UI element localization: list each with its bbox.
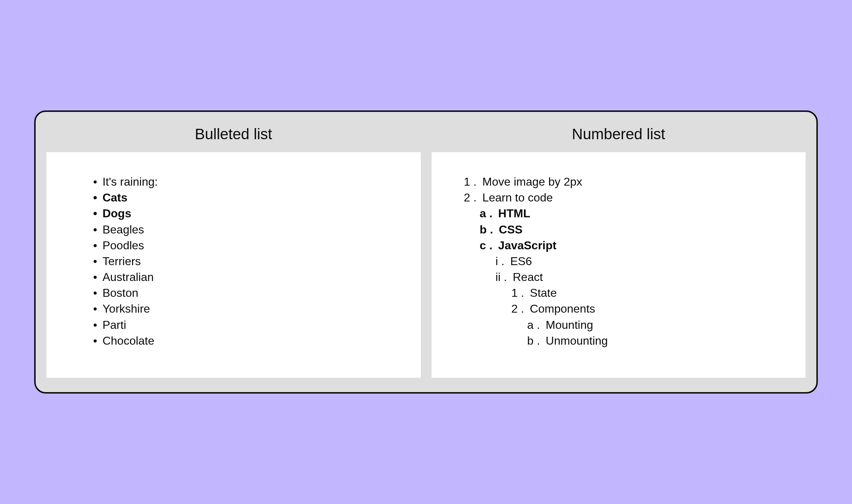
- list-item-label: JavaScript: [498, 238, 788, 253]
- list-item-label: Beagles: [103, 223, 144, 236]
- numbered-header: Numbered list: [432, 123, 806, 146]
- list-marker: 2 .: [464, 190, 483, 205]
- list-item-label: Yorkshire: [103, 302, 150, 315]
- list-item: ii . React: [464, 269, 788, 285]
- list-item: It's raining:: [93, 174, 403, 190]
- list-item-label: HTML: [498, 206, 788, 221]
- list-marker: 1 .: [464, 174, 483, 190]
- list-item-label: Boston: [103, 286, 139, 299]
- list-marker: ii .: [496, 269, 513, 285]
- list-item-label: Unmounting: [546, 333, 788, 349]
- list-marker: 1 .: [511, 285, 530, 301]
- list-item-label: Move image by 2px: [482, 174, 788, 190]
- list-marker: a .: [527, 317, 546, 333]
- list-item: 2 . Components: [464, 301, 788, 317]
- list-item-label: ES6: [510, 254, 788, 269]
- list-item: Terriers: [93, 254, 403, 269]
- list-item: Beagles: [93, 222, 403, 237]
- list-item-label: Learn to code: [482, 190, 788, 205]
- list-marker: b .: [480, 222, 499, 237]
- list-item-label: State: [530, 285, 788, 301]
- list-marker: i .: [496, 254, 510, 269]
- list-marker: c .: [480, 238, 499, 253]
- list-item: a . Mounting: [464, 317, 788, 333]
- list-item-label: Mounting: [546, 317, 788, 333]
- list-item-label: Dogs: [103, 207, 131, 220]
- bulleted-card: It's raining: Cats Dogs Beagles Poodles …: [46, 152, 421, 378]
- list-item: c . JavaScript: [464, 238, 788, 253]
- list-item-label: CSS: [499, 222, 788, 237]
- bulleted-header: Bulleted list: [46, 123, 421, 146]
- list-item-label: Poodles: [103, 239, 144, 252]
- list-item: Boston: [93, 285, 403, 301]
- list-marker: 2 .: [511, 301, 530, 317]
- example-frame: Bulleted list Numbered list It's raining…: [34, 110, 818, 394]
- list-item: a . HTML: [464, 206, 788, 221]
- list-item-label: Cats: [103, 191, 127, 204]
- list-item: Chocolate: [93, 333, 403, 349]
- list-marker: b .: [527, 333, 546, 349]
- list-item-label: Chocolate: [103, 334, 154, 347]
- list-item: b . Unmounting: [464, 333, 788, 349]
- list-item: Dogs: [93, 206, 403, 221]
- list-item-label: It's raining:: [103, 175, 158, 188]
- list-item: Parti: [93, 317, 403, 333]
- list-item-label: Parti: [103, 318, 126, 331]
- list-item: 1 . State: [464, 285, 788, 301]
- list-item: Poodles: [93, 238, 403, 253]
- list-marker: a .: [480, 206, 499, 221]
- numbered-card: 1 . Move image by 2px 2 . Learn to code …: [432, 152, 806, 378]
- list-item: i . ES6: [464, 254, 788, 269]
- list-item-label: Terriers: [103, 255, 141, 268]
- list-item-label: React: [513, 269, 788, 285]
- list-item: b . CSS: [464, 222, 788, 237]
- list-item: 1 . Move image by 2px: [464, 174, 788, 190]
- list-item-label: Australian: [103, 271, 154, 283]
- list-item-label: Components: [530, 301, 788, 317]
- list-item: 2 . Learn to code: [464, 190, 788, 205]
- list-item: Yorkshire: [93, 301, 403, 317]
- list-item: Cats: [93, 190, 403, 205]
- list-item: Australian: [93, 269, 403, 285]
